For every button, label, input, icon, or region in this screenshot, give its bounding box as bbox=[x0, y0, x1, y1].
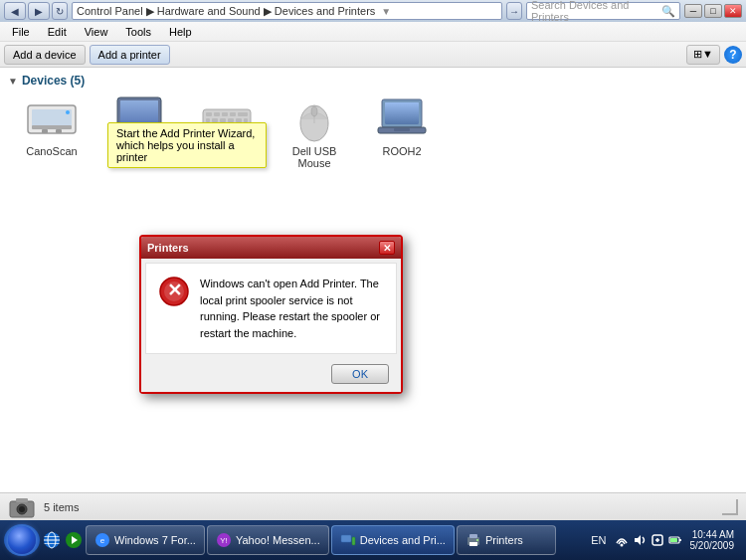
svg-rect-16 bbox=[230, 112, 236, 116]
svg-rect-30 bbox=[385, 102, 419, 124]
svg-point-38 bbox=[19, 506, 25, 512]
search-icon: 🔍 bbox=[661, 5, 675, 18]
clock-display[interactable]: 10:44 AM 5/20/2009 bbox=[686, 527, 739, 553]
window-controls: ─ □ ✕ bbox=[684, 4, 742, 18]
device-name: CanoScan bbox=[26, 145, 77, 157]
svg-text:Y!: Y! bbox=[220, 536, 228, 545]
address-bar[interactable]: Control Panel ▶ Hardware and Sound ▶ Dev… bbox=[72, 2, 502, 20]
svg-rect-14 bbox=[214, 112, 220, 116]
maximize-button[interactable]: □ bbox=[704, 4, 722, 18]
svg-point-5 bbox=[66, 110, 70, 114]
breadcrumb: Control Panel ▶ Hardware and Sound ▶ Dev… bbox=[77, 5, 375, 18]
start-orb bbox=[8, 526, 36, 554]
clock-date: 5/20/2009 bbox=[690, 540, 735, 551]
quick-launch-media[interactable] bbox=[64, 525, 84, 555]
devices-icon bbox=[340, 532, 356, 548]
menu-tools[interactable]: Tools bbox=[117, 24, 159, 40]
svg-point-27 bbox=[311, 106, 317, 116]
device-name: Dell USB Mouse bbox=[279, 145, 350, 169]
svg-text:e: e bbox=[100, 536, 105, 545]
status-bar: 5 items bbox=[0, 492, 746, 520]
refresh-button[interactable]: ↻ bbox=[52, 2, 68, 20]
view-options-button[interactable]: ⊞▼ bbox=[686, 45, 720, 65]
error-icon: ✕ bbox=[158, 276, 190, 307]
clock-time: 10:44 AM bbox=[690, 529, 735, 540]
svg-rect-51 bbox=[341, 535, 351, 542]
search-field[interactable]: Search Devices and Printers 🔍 bbox=[526, 2, 680, 20]
dialog-titlebar: Printers ✕ bbox=[141, 237, 401, 259]
menu-view[interactable]: View bbox=[77, 24, 116, 40]
menu-edit[interactable]: Edit bbox=[40, 24, 75, 40]
add-printer-button[interactable]: Add a printer bbox=[90, 45, 170, 65]
taskbar-btn-windows7[interactable]: e Windows 7 For... bbox=[86, 525, 205, 555]
security-tray-icon bbox=[651, 533, 664, 547]
volume-tray-icon bbox=[633, 533, 647, 547]
battery-tray-icon bbox=[668, 533, 682, 547]
list-item[interactable]: CanoScan bbox=[16, 95, 88, 169]
address-dropdown-icon[interactable]: ▼ bbox=[381, 6, 391, 17]
main-content: Start the Add Printer Wizard, which help… bbox=[0, 68, 746, 520]
menu-file[interactable]: File bbox=[4, 24, 38, 40]
tooltip: Start the Add Printer Wizard, which help… bbox=[107, 122, 267, 168]
network-tray-icon bbox=[615, 533, 629, 547]
svg-rect-15 bbox=[222, 112, 228, 116]
svg-rect-54 bbox=[469, 534, 477, 538]
toolbar: Add a device Add a printer ⊞▼ ? bbox=[0, 42, 746, 68]
resize-grip[interactable] bbox=[722, 499, 738, 515]
section-header: ▼ Devices (5) bbox=[0, 68, 746, 92]
back-button[interactable]: ◀ bbox=[4, 2, 26, 20]
nav-buttons: ◀ ▶ ↻ bbox=[4, 2, 68, 20]
status-camera-icon bbox=[8, 495, 36, 519]
search-placeholder: Search Devices and Printers bbox=[531, 0, 661, 23]
svg-rect-3 bbox=[42, 129, 48, 133]
svg-rect-39 bbox=[16, 498, 28, 502]
dialog-footer: OK bbox=[141, 358, 401, 392]
yahoo-icon: Y! bbox=[216, 532, 232, 548]
taskbar: e Windows 7 For... Y! Yahoo! Messen... D… bbox=[0, 520, 746, 560]
menu-help[interactable]: Help bbox=[161, 24, 200, 40]
minimize-button[interactable]: ─ bbox=[684, 4, 702, 18]
svg-rect-13 bbox=[206, 112, 212, 116]
svg-rect-2 bbox=[32, 125, 72, 129]
svg-rect-4 bbox=[56, 129, 62, 133]
ok-button[interactable]: OK bbox=[331, 364, 389, 384]
device-name: ROOH2 bbox=[382, 145, 421, 157]
status-right bbox=[722, 499, 738, 515]
help-button[interactable]: ? bbox=[724, 46, 742, 64]
toolbar-right: ⊞▼ ? bbox=[686, 45, 742, 65]
close-button[interactable]: ✕ bbox=[724, 4, 742, 18]
taskbar-btn-devices[interactable]: Devices and Pri... bbox=[331, 525, 455, 555]
svg-marker-58 bbox=[635, 535, 641, 545]
svg-rect-1 bbox=[32, 109, 72, 127]
address-go-button[interactable]: → bbox=[506, 2, 522, 20]
svg-rect-52 bbox=[352, 537, 355, 545]
scanner-icon bbox=[24, 95, 80, 143]
system-tray: EN 10:44 AM 5/2 bbox=[587, 527, 742, 553]
svg-rect-17 bbox=[238, 112, 248, 116]
dialog-title: Printers bbox=[147, 242, 189, 254]
main-window: ◀ ▶ ↻ Control Panel ▶ Hardware and Sound… bbox=[0, 0, 746, 560]
svg-rect-64 bbox=[670, 538, 677, 542]
section-label: Devices (5) bbox=[22, 74, 85, 88]
section-collapse-icon[interactable]: ▼ bbox=[8, 76, 18, 87]
taskbar-btn-yahoo[interactable]: Y! Yahoo! Messen... bbox=[207, 525, 329, 555]
quick-launch-ie[interactable] bbox=[42, 525, 62, 555]
menu-bar: File Edit View Tools Help bbox=[0, 22, 746, 42]
laptop-icon bbox=[374, 95, 430, 143]
taskbar-btn-printers[interactable]: Printers bbox=[457, 525, 556, 555]
start-button[interactable] bbox=[4, 524, 40, 556]
svg-point-57 bbox=[620, 544, 623, 547]
svg-point-56 bbox=[476, 539, 478, 541]
list-item[interactable]: ROOH2 bbox=[366, 95, 438, 169]
forward-button[interactable]: ▶ bbox=[28, 2, 50, 20]
language-indicator[interactable]: EN bbox=[587, 532, 610, 548]
window-chrome: ◀ ▶ ↻ Control Panel ▶ Hardware and Sound… bbox=[0, 0, 746, 22]
add-device-button[interactable]: Add a device bbox=[4, 45, 86, 65]
svg-text:✕: ✕ bbox=[167, 280, 182, 300]
mouse-icon bbox=[286, 95, 342, 143]
list-item[interactable]: Dell USB Mouse bbox=[279, 95, 350, 169]
dialog-close-button[interactable]: ✕ bbox=[379, 241, 395, 255]
svg-rect-55 bbox=[469, 542, 477, 546]
dialog-message: Windows can't open Add Printer. The loca… bbox=[200, 276, 384, 341]
printers-icon bbox=[466, 532, 481, 548]
